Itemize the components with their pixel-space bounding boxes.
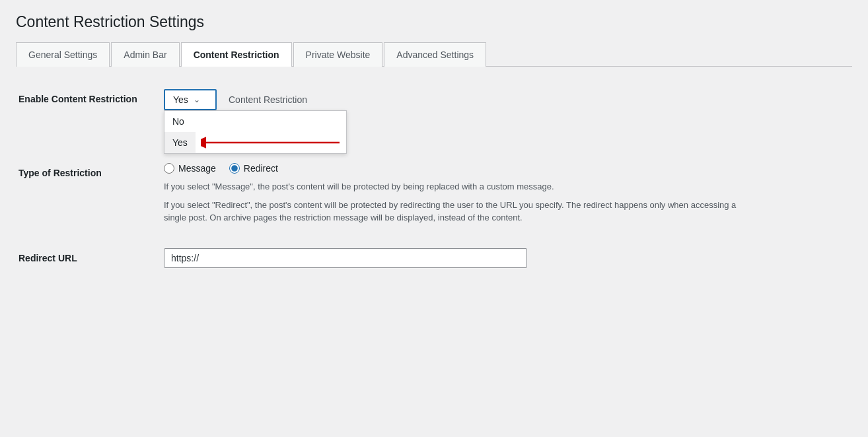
redirect-url-control (164, 248, 850, 268)
redirect-url-input[interactable] (164, 248, 527, 268)
radio-message-input[interactable] (164, 163, 174, 174)
chevron-down-icon: ⌄ (194, 95, 200, 104)
radio-redirect-label: Redirect (244, 163, 278, 174)
settings-body: Enable Content Restriction Yes ⌄ No Yes (16, 83, 852, 293)
radio-redirect-input[interactable] (229, 163, 240, 174)
dropdown-option-yes-row: Yes (164, 132, 346, 153)
dropdown-option-yes[interactable]: Yes (164, 132, 196, 153)
tab-admin-bar[interactable]: Admin Bar (111, 42, 179, 67)
tab-content-restriction[interactable]: Content Restriction (181, 42, 292, 67)
redirect-url-label: Redirect URL (18, 248, 164, 265)
enable-restriction-dropdown-wrapper: Yes ⌄ No Yes (164, 89, 217, 110)
enable-restriction-label: Enable Content Restriction (18, 89, 164, 106)
enable-restriction-control: Yes ⌄ No Yes (164, 89, 850, 110)
red-arrow-icon (201, 135, 346, 151)
radio-redirect-option[interactable]: Redirect (229, 163, 278, 174)
tab-general-settings[interactable]: General Settings (16, 42, 110, 67)
page-title: Content Restriction Settings (16, 13, 852, 31)
dropdown-current-value: Yes (173, 94, 188, 105)
redirect-url-row: Redirect URL (16, 248, 852, 268)
tab-bar: General Settings Admin Bar Content Restr… (16, 42, 852, 67)
dropdown-hint-text: Content Restriction (229, 94, 307, 105)
enable-restriction-dropdown-menu: No Yes (164, 110, 347, 154)
tab-advanced-settings[interactable]: Advanced Settings (384, 42, 486, 67)
dropdown-option-no[interactable]: No (164, 111, 346, 132)
radio-message-label: Message (178, 163, 216, 174)
restriction-type-radio-group: Message Redirect (164, 163, 850, 174)
radio-message-option[interactable]: Message (164, 163, 216, 174)
tab-private-website[interactable]: Private Website (293, 42, 383, 67)
type-of-restriction-control: Message Redirect If you select "Message"… (164, 163, 850, 230)
enable-restriction-row: Enable Content Restriction Yes ⌄ No Yes (16, 89, 852, 110)
type-of-restriction-label: Type of Restriction (18, 163, 164, 180)
restriction-description-message: If you select "Message", the post's cont… (164, 180, 758, 193)
enable-restriction-dropdown-btn[interactable]: Yes ⌄ (164, 89, 217, 110)
type-of-restriction-row: Type of Restriction Message Redirect If … (16, 163, 852, 230)
restriction-description-redirect: If you select "Redirect", the post's con… (164, 199, 758, 224)
